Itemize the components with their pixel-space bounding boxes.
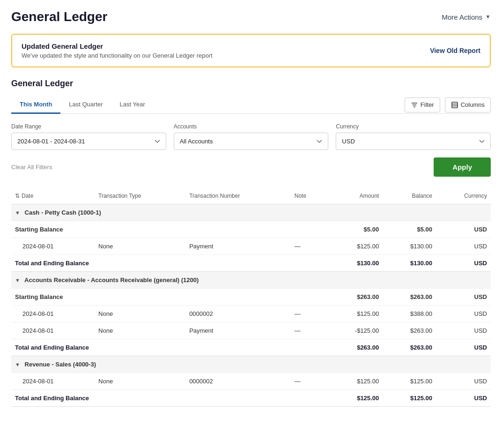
- sort-icon: ⇅: [15, 193, 20, 199]
- currency-label: Currency: [336, 123, 491, 130]
- table-row: 2024-08-01 None Payment — $125.00 $130.0…: [11, 238, 491, 255]
- tab-last-year[interactable]: Last Year: [111, 96, 154, 114]
- total-ending-balance-row: Total and Ending Balance $125.00 $125.00…: [11, 390, 491, 407]
- starting-balance-row: Starting Balance $263.00 $263.00 USD: [11, 289, 491, 306]
- col-amount: Amount: [325, 188, 383, 204]
- table-group-header: ▼ Cash - Petty Cash (1000-1): [11, 204, 491, 221]
- tab-this-month[interactable]: This Month: [11, 96, 60, 114]
- svg-rect-3: [452, 102, 458, 108]
- group-toggle-icon[interactable]: ▼: [15, 362, 20, 367]
- table-row: 2024-08-01 None 0000002 — $125.00 $388.0…: [11, 306, 491, 322]
- total-ending-balance-row: Total and Ending Balance $130.00 $130.00…: [11, 255, 491, 272]
- col-note: Note: [291, 188, 326, 204]
- section-title: General Ledger: [11, 79, 491, 89]
- group-name: Accounts Receivable - Accounts Receivabl…: [24, 276, 199, 284]
- updated-banner: Updated General Ledger We've updated the…: [11, 34, 491, 67]
- table-row: 2024-08-01 None 0000002 — $125.00 $125.0…: [11, 373, 491, 390]
- starting-balance-row: Starting Balance $5.00 $5.00 USD: [11, 221, 491, 238]
- page-title: General Ledger: [11, 9, 107, 24]
- date-range-filter: Date Range 2024-08-01 - 2024-08-31: [11, 123, 166, 150]
- table-row: 2024-08-01 None Payment — -$125.00 $263.…: [11, 322, 491, 339]
- accounts-select[interactable]: All Accounts: [174, 133, 329, 150]
- date-range-label: Date Range: [11, 123, 166, 130]
- col-transaction-type: Transaction Type: [95, 188, 185, 204]
- group-name: Cash - Petty Cash (1000-1): [25, 209, 101, 216]
- tabs-container: This Month Last Quarter Last Year: [11, 96, 154, 113]
- group-toggle-icon[interactable]: ▼: [15, 277, 20, 283]
- clear-filters-button[interactable]: Clear All Filters: [11, 164, 52, 171]
- ledger-table: ⇅ Date Transaction Type Transaction Numb…: [11, 188, 491, 407]
- columns-label: Columns: [461, 101, 485, 108]
- filter-icon: [411, 101, 418, 109]
- columns-icon: [451, 101, 458, 109]
- accounts-filter: Accounts All Accounts: [174, 123, 329, 150]
- col-date[interactable]: ⇅ Date: [11, 188, 95, 204]
- banner-title: Updated General Ledger: [22, 42, 213, 50]
- chevron-down-icon: ▼: [485, 14, 491, 20]
- table-group-header: ▼ Revenue - Sales (4000-3): [11, 356, 491, 373]
- view-old-report-link[interactable]: View Old Report: [430, 47, 480, 54]
- currency-filter: Currency USD: [336, 123, 491, 150]
- col-transaction-number: Transaction Number: [185, 188, 291, 204]
- group-toggle-icon[interactable]: ▼: [15, 210, 20, 216]
- more-actions-label: More Actions: [442, 13, 482, 21]
- group-name: Revenue - Sales (4000-3): [25, 361, 96, 368]
- date-range-select[interactable]: 2024-08-01 - 2024-08-31: [11, 133, 166, 150]
- tab-last-quarter[interactable]: Last Quarter: [60, 96, 111, 114]
- currency-select[interactable]: USD: [336, 133, 491, 150]
- columns-button[interactable]: Columns: [445, 97, 491, 112]
- table-group-header: ▼ Accounts Receivable - Accounts Receiva…: [11, 272, 491, 289]
- filter-button[interactable]: Filter: [405, 97, 440, 112]
- filter-label: Filter: [421, 101, 434, 108]
- banner-subtitle: We've updated the style and functionalit…: [22, 52, 213, 59]
- col-currency: Currency: [436, 188, 491, 204]
- more-actions-button[interactable]: More Actions ▼: [442, 13, 491, 21]
- total-ending-balance-row: Total and Ending Balance $263.00 $263.00…: [11, 339, 491, 356]
- accounts-label: Accounts: [174, 123, 329, 130]
- apply-button[interactable]: Apply: [434, 157, 491, 177]
- col-balance: Balance: [383, 188, 436, 204]
